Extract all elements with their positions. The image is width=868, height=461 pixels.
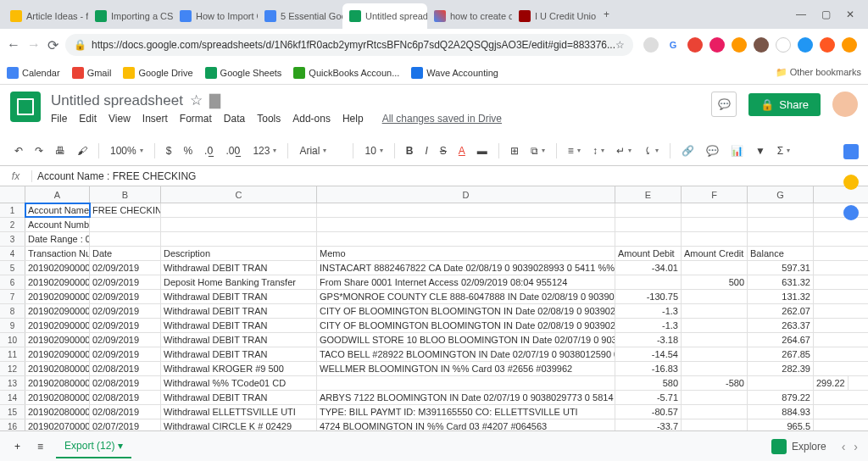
cell[interactable] <box>748 376 814 390</box>
cell[interactable]: CITY OF BLOOMINGTON BLOOMINGTON IN Date … <box>317 319 615 332</box>
reload-button[interactable]: ⟳ <box>47 37 58 53</box>
scroll-right-icon[interactable]: › <box>854 440 858 453</box>
cell[interactable] <box>748 218 814 231</box>
cell[interactable]: GOODWILL STORE 10 BLOO BLOOMINGTON IN Da… <box>317 333 615 347</box>
tab-2[interactable]: How to Import C× <box>173 3 258 29</box>
zoom-select[interactable]: 100% <box>106 142 147 159</box>
row-header[interactable]: 11 <box>0 347 25 361</box>
cell[interactable]: 631.32 <box>748 275 814 289</box>
cell[interactable] <box>161 232 317 246</box>
cell[interactable]: Withdrawal KROGER #9 500 <box>161 362 317 375</box>
cell[interactable] <box>317 218 615 231</box>
cell[interactable]: 282.39 <box>748 362 814 375</box>
cell[interactable]: 02/08/2019 <box>90 391 161 404</box>
cell[interactable]: Withdrawal DEBIT TRAN <box>161 333 317 347</box>
cell[interactable]: 263.37 <box>748 319 814 332</box>
bookmark-star-icon[interactable]: ☆ <box>615 39 625 51</box>
forward-button[interactable]: → <box>27 37 41 53</box>
comment-button[interactable]: 💬 <box>702 142 723 159</box>
table-row[interactable]: 112019020900000002/09/2019Withdrawal DEB… <box>0 347 868 362</box>
cell[interactable] <box>682 232 748 246</box>
ext-icon[interactable] <box>643 37 659 53</box>
font-select[interactable]: Arial <box>295 142 346 159</box>
tab-3[interactable]: 5 Essential Goo× <box>258 3 342 29</box>
table-row[interactable]: 82019020900000002/09/2019Withdrawal DEBI… <box>0 304 868 319</box>
table-row[interactable]: 72019020900000002/09/2019Withdrawal DEBI… <box>0 290 868 304</box>
cell[interactable]: 02/08/2019 <box>90 376 161 390</box>
ext-icon[interactable] <box>754 37 769 53</box>
cell[interactable]: Transaction Num <box>25 247 90 260</box>
ext-icon[interactable] <box>798 37 813 53</box>
cell[interactable] <box>682 319 748 332</box>
strike-button[interactable]: S <box>436 142 451 159</box>
cell[interactable]: 02/08/2019 <box>90 405 161 419</box>
cell[interactable]: 02/09/2019 <box>90 275 161 289</box>
cell[interactable]: 20190209000000 <box>25 319 90 332</box>
redo-button[interactable]: ↷ <box>31 142 47 159</box>
table-row[interactable]: 152019020800000002/08/2019Withdrawal ELL… <box>0 405 868 419</box>
cell[interactable]: Withdrawal DEBIT TRAN <box>161 391 317 404</box>
cell[interactable]: Description <box>161 247 317 260</box>
italic-button[interactable]: I <box>420 142 431 159</box>
cell[interactable] <box>748 203 814 217</box>
cell[interactable]: Memo <box>317 247 615 260</box>
h-align-button[interactable]: ≡ <box>564 142 585 159</box>
cell[interactable]: Amount Debit <box>615 247 682 260</box>
cell[interactable]: 02/09/2019 <box>90 290 161 303</box>
cell[interactable] <box>682 362 748 375</box>
bookmark-sheets[interactable]: Google Sheets <box>205 67 282 79</box>
ext-icon[interactable] <box>820 37 835 53</box>
cell[interactable]: Date Range : 01/01/2019-02/09/2019 <box>25 232 90 246</box>
undo-button[interactable]: ↶ <box>10 142 27 159</box>
ext-icon[interactable] <box>732 37 747 53</box>
cell[interactable]: 02/09/2019 <box>90 333 161 347</box>
cell[interactable]: 597.31 <box>748 261 814 275</box>
cell[interactable]: 02/09/2019 <box>90 261 161 275</box>
col-header-A[interactable]: A <box>25 186 90 203</box>
ext-icon[interactable] <box>776 37 791 53</box>
cell[interactable]: Deposit Home Banking Transfer <box>161 275 317 289</box>
table-row[interactable]: 1Account Name :FREE CHECKING <box>0 203 868 218</box>
star-icon[interactable]: ☆ <box>190 92 203 109</box>
menu-file[interactable]: File <box>51 113 67 125</box>
cell[interactable]: CITY OF BLOOMINGTON BLOOMINGTON IN Date … <box>317 304 615 318</box>
row-header[interactable]: 6 <box>0 275 25 289</box>
cell[interactable]: 20190209000000 <box>25 304 90 318</box>
ext-icon[interactable] <box>687 37 703 53</box>
cell[interactable] <box>615 275 682 289</box>
cell[interactable]: INSTACART 8882467822 CA Date 02/08/19 0 … <box>317 261 615 275</box>
cell[interactable] <box>682 405 748 419</box>
paint-format-button[interactable]: 🖌 <box>73 142 92 159</box>
table-row[interactable]: 142019020800000002/08/2019Withdrawal DEB… <box>0 391 868 405</box>
table-row[interactable]: 52019020900000002/09/2019Withdrawal DEBI… <box>0 261 868 275</box>
cell[interactable]: -14.54 <box>615 347 682 361</box>
cell[interactable]: 20190209000000 <box>25 333 90 347</box>
cell[interactable]: 20190209000000 <box>25 275 90 289</box>
doc-title[interactable]: Untitled spreadsheet <box>51 92 183 109</box>
row-header[interactable]: 10 <box>0 333 25 347</box>
row-header[interactable]: 13 <box>0 376 25 390</box>
cell[interactable]: 20190209000000 <box>25 261 90 275</box>
col-header-E[interactable]: E <box>615 186 682 203</box>
cell[interactable]: 20190209000000 <box>25 347 90 361</box>
print-button[interactable]: 🖶 <box>51 142 70 159</box>
cell[interactable] <box>615 232 682 246</box>
tab-1[interactable]: Importing a CSV× <box>88 3 173 29</box>
bookmark-drive[interactable]: Google Drive <box>123 67 192 79</box>
cell[interactable]: TACO BELL #28922 BLOOMINGTON IN Date 02/… <box>317 347 615 361</box>
tab-5[interactable]: how to create c× <box>427 3 512 29</box>
rotate-button[interactable]: ⤹ <box>639 142 663 159</box>
cell[interactable]: 20190208000000 <box>25 362 90 375</box>
cell[interactable]: -1.3 <box>615 319 682 332</box>
cell[interactable] <box>615 218 682 231</box>
row-header[interactable]: 7 <box>0 290 25 303</box>
cell[interactable]: 299.22 <box>814 376 849 390</box>
cell[interactable] <box>682 261 748 275</box>
bookmark-quickbooks[interactable]: QuickBooks Accoun... <box>293 67 399 79</box>
menu-data[interactable]: Data <box>224 113 245 125</box>
cell[interactable] <box>615 203 682 217</box>
row-header[interactable]: 9 <box>0 319 25 332</box>
row-header[interactable]: 8 <box>0 304 25 318</box>
maximize-icon[interactable]: ▢ <box>821 8 831 20</box>
table-row[interactable]: 122019020800000002/08/2019Withdrawal KRO… <box>0 362 868 376</box>
